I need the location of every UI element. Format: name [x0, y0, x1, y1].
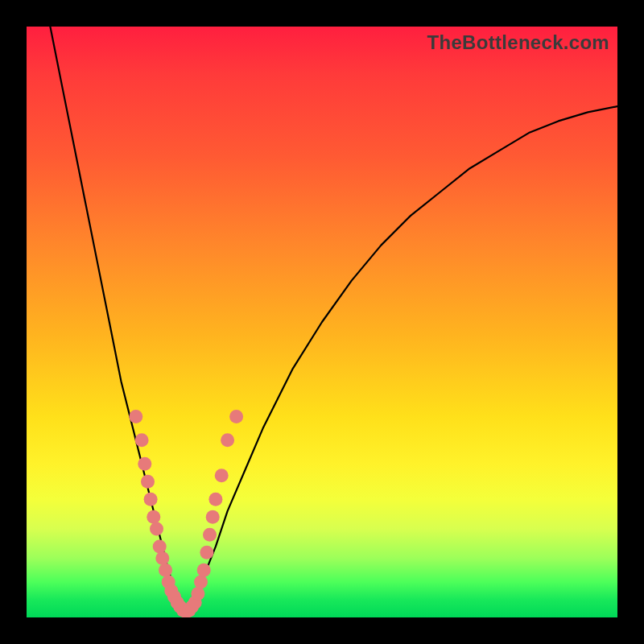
sample-point	[141, 475, 155, 489]
sample-point	[221, 433, 234, 447]
sample-point	[129, 410, 142, 423]
sample-point	[194, 576, 208, 589]
sample-point	[150, 522, 163, 535]
sample-point	[203, 528, 217, 542]
plot-area: TheBottleneck.com	[27, 27, 617, 617]
sample-point	[197, 564, 211, 577]
outer-frame: TheBottleneck.com	[0, 0, 644, 644]
sample-point	[138, 457, 151, 471]
bottleneck-curve	[50, 27, 617, 617]
sample-point	[215, 469, 229, 482]
sample-point	[229, 410, 243, 423]
sample-point	[191, 587, 204, 601]
sample-point	[147, 510, 160, 524]
sample-point	[206, 510, 220, 524]
sample-point	[153, 539, 167, 553]
sample-point	[159, 564, 172, 577]
sample-point	[144, 493, 158, 506]
sample-point	[200, 546, 213, 559]
sample-point	[135, 433, 149, 447]
sample-point	[155, 551, 169, 565]
chart-overlay-svg	[27, 27, 617, 617]
sample-point	[208, 493, 222, 506]
